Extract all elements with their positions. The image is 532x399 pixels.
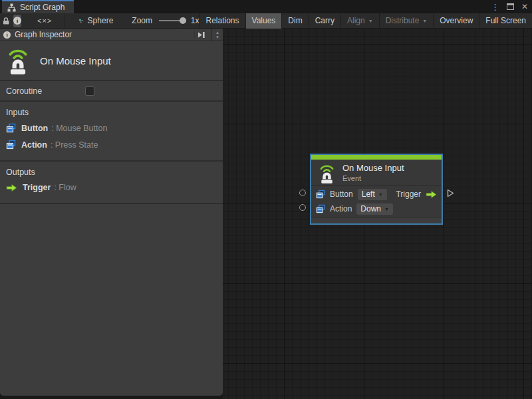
outputs-heading: Outputs: [6, 168, 217, 177]
button-port-row: Button Left ▼ Trigger: [311, 187, 442, 201]
on-mouse-input-node[interactable]: On Mouse Input Event Button Left ▼: [310, 154, 443, 225]
button-port-label: Button: [330, 190, 353, 199]
close-icon[interactable]: ✕: [521, 3, 528, 11]
mouse-event-icon: [319, 163, 335, 184]
action-dropdown[interactable]: Down ▼: [356, 203, 393, 215]
values-button[interactable]: Values: [245, 13, 282, 29]
panel-scrollbar: ▲ ▼: [212, 29, 223, 41]
distribute-button[interactable]: Distribute ▼: [379, 13, 434, 29]
chevron-down-icon: ▼: [422, 19, 427, 23]
chevron-down-icon: ▼: [384, 207, 389, 211]
view-options-group: Relations Values Dim Carry Align ▼ Distr…: [200, 13, 532, 29]
graph-network-icon: [79, 17, 83, 25]
zoom-slider[interactable]: [159, 16, 185, 25]
trigger-port-label: Trigger: [396, 190, 421, 199]
graph-canvas[interactable]: On Mouse Input Event Button Left ▼: [223, 29, 532, 399]
coroutine-row: Coroutine: [0, 81, 223, 102]
output-port-row: Trigger : Flow: [6, 183, 217, 192]
zoom-slider-handle[interactable]: [180, 17, 186, 24]
unity-visual-scripting-window: Script Graph ⋮ ✕ i <×> Sphere Zoom: [0, 0, 532, 399]
sitemap-icon: [7, 3, 16, 12]
node-footer: [311, 217, 442, 223]
unit-header: On Mouse Input: [0, 41, 223, 81]
node-header: On Mouse Input Event: [311, 160, 442, 186]
node-subtitle: Event: [342, 174, 404, 183]
outputs-section: Outputs Trigger : Flow: [0, 162, 223, 204]
inspector-toggle-button[interactable]: i: [13, 15, 21, 27]
dock-panel-button[interactable]: [194, 31, 208, 39]
maximize-icon[interactable]: [507, 3, 514, 10]
chevron-down-icon: ▼: [368, 19, 373, 23]
lock-button[interactable]: [2, 15, 10, 27]
value-port-icon: [6, 123, 16, 133]
graph-target-label[interactable]: Sphere: [88, 16, 114, 25]
value-port-icon: [6, 140, 16, 150]
info-icon: i: [13, 17, 21, 25]
node-accent-bar: [311, 155, 442, 160]
info-icon: i: [3, 31, 11, 39]
inspector-title: Graph Inspector: [15, 30, 72, 39]
carry-button[interactable]: Carry: [309, 13, 340, 29]
zoom-value: 1x: [191, 16, 200, 25]
unit-title: On Mouse Input: [40, 55, 111, 66]
node-title: On Mouse Input: [342, 163, 404, 174]
chevron-down-icon: ▼: [378, 192, 383, 197]
zoom-label: Zoom: [132, 16, 152, 25]
flow-arrow-icon: [6, 184, 17, 192]
lock-icon: [2, 17, 10, 25]
coroutine-label: Coroutine: [6, 86, 85, 96]
scroll-down-icon[interactable]: ▼: [215, 35, 219, 39]
action-port-row: Action Down ▼: [311, 201, 442, 216]
inspector-header-bar: i Graph Inspector: [0, 29, 212, 41]
graph-toolbar: i <×> Sphere Zoom 1x Relations Values Di…: [0, 13, 532, 29]
trigger-output-port[interactable]: [447, 189, 454, 198]
overview-button[interactable]: Overview: [433, 13, 479, 29]
action-port-label: Action: [330, 204, 352, 213]
input-port-row: Button : Mouse Button: [6, 123, 217, 133]
mouse-event-icon: [7, 47, 29, 74]
code-view-button[interactable]: <×>: [37, 15, 52, 27]
window-controls: ⋮ ✕: [491, 0, 528, 13]
graph-inspector-panel: i Graph Inspector ▲ ▼: [0, 29, 223, 396]
tab-label: Script Graph: [20, 3, 65, 12]
scroll-up-icon[interactable]: ▲: [215, 31, 219, 35]
dim-button[interactable]: Dim: [281, 13, 308, 29]
tab-script-graph[interactable]: Script Graph: [2, 0, 74, 13]
align-button[interactable]: Align ▼: [340, 13, 379, 29]
window-titlebar: Script Graph ⋮ ✕: [0, 0, 532, 13]
coroutine-checkbox[interactable]: [85, 86, 94, 96]
button-dropdown[interactable]: Left ▼: [358, 189, 387, 200]
flow-arrow-icon: [426, 190, 437, 199]
window-menu-icon[interactable]: ⋮: [491, 3, 499, 11]
dock-icon: [198, 31, 205, 39]
node-ports: Button Left ▼ Trigger: [311, 186, 442, 217]
value-port-icon: [316, 190, 325, 199]
full-screen-button[interactable]: Full Screen: [479, 13, 532, 29]
action-input-port[interactable]: [299, 204, 306, 211]
inspector-header: i Graph Inspector ▲ ▼: [0, 29, 223, 41]
inputs-heading: Inputs: [6, 108, 217, 117]
input-port-row: Action : Press State: [6, 140, 217, 150]
relations-button[interactable]: Relations: [200, 13, 245, 29]
inputs-section: Inputs Button : Mouse Button Action : Pr…: [0, 102, 223, 162]
button-input-port[interactable]: [299, 190, 306, 196]
node-titles: On Mouse Input Event: [342, 163, 404, 182]
value-port-icon: [316, 204, 325, 213]
